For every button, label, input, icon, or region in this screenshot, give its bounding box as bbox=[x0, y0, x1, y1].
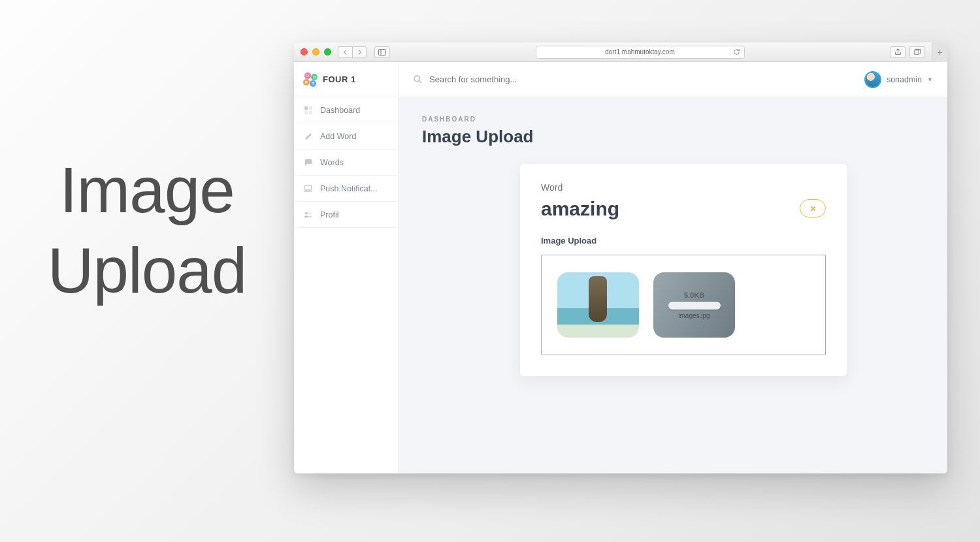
window-controls bbox=[301, 48, 331, 56]
breadcrumb: DASHBOARD bbox=[422, 116, 924, 123]
sidebar-nav: Dashboard Add Word Words bbox=[294, 97, 398, 228]
sidebar: DORT FOUR 1 Dashboard Add Word bbox=[294, 62, 399, 473]
dashboard-icon bbox=[303, 105, 313, 115]
svg-point-8 bbox=[305, 212, 308, 214]
browser-titlebar: dort1.mahmutoktay.com + bbox=[294, 42, 947, 62]
brand-name: FOUR 1 bbox=[323, 74, 356, 84]
sidebar-item-words[interactable]: Words bbox=[294, 150, 398, 176]
app-frame: DORT FOUR 1 Dashboard Add Word bbox=[294, 62, 947, 473]
word-value: amazing bbox=[541, 198, 619, 220]
brand-logo-icon: DORT bbox=[303, 72, 318, 87]
exterior-title: ImageUpload bbox=[23, 150, 271, 310]
upload-progress-bar bbox=[668, 302, 721, 310]
svg-line-11 bbox=[419, 81, 421, 83]
sidebar-item-label: Add Word bbox=[320, 132, 356, 141]
close-icon bbox=[810, 206, 816, 212]
content-wrap: sonadmin ▼ DASHBOARD Image Upload Word a… bbox=[399, 62, 947, 473]
pencil-icon bbox=[303, 131, 313, 141]
sidebar-item-profil[interactable]: Profil bbox=[294, 202, 398, 228]
new-tab-button[interactable]: + bbox=[932, 42, 947, 62]
sidebar-toggle-button[interactable] bbox=[374, 46, 390, 58]
sidebar-item-dashboard[interactable]: Dashboard bbox=[294, 97, 398, 123]
address-bar-text: dort1.mahmutoktay.com bbox=[605, 48, 675, 56]
brand[interactable]: DORT FOUR 1 bbox=[294, 62, 398, 97]
image-dropzone[interactable]: 5.0KB images.jpg bbox=[541, 255, 826, 355]
sidebar-item-label: Words bbox=[320, 158, 344, 167]
delete-button[interactable] bbox=[800, 199, 826, 217]
upload-file-size: 5.0KB bbox=[684, 291, 704, 299]
sidebar-item-label: Push Notificat... bbox=[320, 184, 378, 193]
people-icon bbox=[303, 210, 313, 219]
username: sonadmin bbox=[887, 75, 922, 84]
svg-point-9 bbox=[308, 212, 310, 214]
content-area: DASHBOARD Image Upload Word amazing bbox=[399, 97, 947, 473]
uploaded-image-thumbnail[interactable] bbox=[557, 272, 639, 338]
maximize-window-button[interactable] bbox=[324, 48, 331, 56]
svg-rect-4 bbox=[309, 106, 312, 110]
topbar: sonadmin ▼ bbox=[399, 62, 947, 97]
svg-rect-3 bbox=[304, 106, 308, 110]
sidebar-item-add-word[interactable]: Add Word bbox=[294, 123, 398, 150]
svg-rect-6 bbox=[309, 111, 312, 114]
word-card: Word amazing Image Upload bbox=[520, 164, 847, 376]
laptop-icon bbox=[303, 183, 313, 193]
reload-icon[interactable] bbox=[733, 48, 740, 56]
svg-point-10 bbox=[414, 76, 419, 81]
svg-rect-0 bbox=[379, 49, 386, 55]
search-icon bbox=[413, 74, 423, 84]
close-window-button[interactable] bbox=[301, 48, 308, 56]
svg-rect-2 bbox=[914, 50, 918, 54]
upload-section-label: Image Upload bbox=[541, 236, 826, 246]
chat-icon bbox=[303, 157, 313, 167]
browser-window: dort1.mahmutoktay.com + DORT FOUR 1 bbox=[294, 42, 947, 473]
svg-rect-7 bbox=[305, 185, 312, 190]
search-input[interactable] bbox=[429, 74, 858, 84]
share-button[interactable] bbox=[890, 46, 906, 58]
tabs-button[interactable] bbox=[909, 46, 925, 58]
page-title: Image Upload bbox=[422, 127, 924, 147]
back-button[interactable] bbox=[338, 46, 352, 58]
sidebar-item-label: Dashboard bbox=[320, 106, 360, 115]
sidebar-item-label: Profil bbox=[320, 210, 338, 219]
forward-button[interactable] bbox=[352, 46, 367, 58]
user-menu[interactable]: sonadmin ▼ bbox=[864, 71, 933, 88]
sidebar-item-push-notifications[interactable]: Push Notificat... bbox=[294, 176, 398, 202]
address-bar[interactable]: dort1.mahmutoktay.com bbox=[536, 46, 745, 59]
history-nav bbox=[338, 46, 367, 58]
uploading-image-thumbnail[interactable]: 5.0KB images.jpg bbox=[653, 272, 735, 338]
upload-file-name: images.jpg bbox=[678, 312, 710, 319]
minimize-window-button[interactable] bbox=[312, 48, 319, 56]
avatar bbox=[864, 71, 881, 88]
svg-rect-5 bbox=[304, 111, 308, 114]
chevron-down-icon: ▼ bbox=[927, 76, 933, 83]
word-field-label: Word bbox=[541, 182, 619, 193]
